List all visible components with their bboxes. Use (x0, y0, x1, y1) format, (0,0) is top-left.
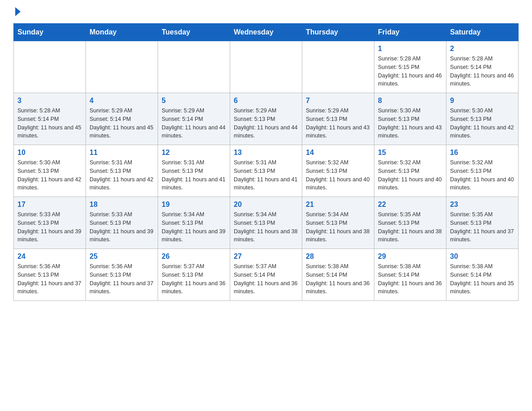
day-info: Sunrise: 5:34 AMSunset: 5:13 PMDaylight:… (234, 210, 298, 244)
day-number: 10 (17, 149, 82, 157)
day-number: 15 (378, 149, 442, 157)
logo (13, 9, 21, 14)
calendar-week-2: 3Sunrise: 5:28 AMSunset: 5:14 PMDaylight… (14, 93, 519, 145)
weekday-header-sunday: Sunday (14, 24, 86, 41)
weekday-header-tuesday: Tuesday (158, 24, 230, 41)
calendar-cell: 22Sunrise: 5:35 AMSunset: 5:13 PMDayligh… (374, 197, 446, 249)
calendar-cell: 5Sunrise: 5:29 AMSunset: 5:14 PMDaylight… (158, 93, 230, 145)
day-info: Sunrise: 5:29 AMSunset: 5:13 PMDaylight:… (234, 107, 298, 140)
day-number: 4 (90, 97, 154, 105)
logo-triangle-icon (15, 7, 21, 16)
day-info: Sunrise: 5:29 AMSunset: 5:13 PMDaylight:… (306, 107, 370, 140)
day-info: Sunrise: 5:30 AMSunset: 5:13 PMDaylight:… (17, 158, 82, 192)
weekday-header-friday: Friday (374, 24, 446, 41)
day-number: 29 (378, 253, 442, 261)
day-info: Sunrise: 5:36 AMSunset: 5:13 PMDaylight:… (90, 262, 154, 296)
calendar-cell: 1Sunrise: 5:28 AMSunset: 5:15 PMDaylight… (374, 41, 446, 93)
day-number: 7 (306, 97, 370, 105)
day-info: Sunrise: 5:35 AMSunset: 5:13 PMDaylight:… (378, 210, 442, 244)
day-info: Sunrise: 5:30 AMSunset: 5:13 PMDaylight:… (450, 107, 515, 140)
day-info: Sunrise: 5:34 AMSunset: 5:13 PMDaylight:… (162, 210, 226, 244)
day-number: 28 (306, 253, 370, 261)
calendar-cell: 17Sunrise: 5:33 AMSunset: 5:13 PMDayligh… (14, 197, 86, 249)
calendar-cell: 14Sunrise: 5:32 AMSunset: 5:13 PMDayligh… (302, 145, 374, 197)
calendar-cell (86, 41, 158, 93)
calendar-cell: 4Sunrise: 5:29 AMSunset: 5:14 PMDaylight… (86, 93, 158, 145)
day-info: Sunrise: 5:37 AMSunset: 5:13 PMDaylight:… (162, 262, 226, 296)
calendar-cell: 3Sunrise: 5:28 AMSunset: 5:14 PMDaylight… (14, 93, 86, 145)
day-number: 9 (450, 97, 515, 105)
day-number: 24 (17, 253, 82, 261)
day-number: 2 (450, 45, 515, 53)
day-info: Sunrise: 5:36 AMSunset: 5:13 PMDaylight:… (17, 262, 82, 296)
day-number: 23 (450, 201, 515, 209)
calendar-cell: 10Sunrise: 5:30 AMSunset: 5:13 PMDayligh… (14, 145, 86, 197)
calendar-cell: 11Sunrise: 5:31 AMSunset: 5:13 PMDayligh… (86, 145, 158, 197)
day-info: Sunrise: 5:28 AMSunset: 5:14 PMDaylight:… (450, 55, 515, 88)
day-number: 5 (162, 97, 226, 105)
calendar-cell: 25Sunrise: 5:36 AMSunset: 5:13 PMDayligh… (86, 249, 158, 301)
day-number: 14 (306, 149, 370, 157)
day-number: 13 (234, 149, 298, 157)
calendar-cell: 12Sunrise: 5:31 AMSunset: 5:13 PMDayligh… (158, 145, 230, 197)
day-info: Sunrise: 5:34 AMSunset: 5:13 PMDaylight:… (306, 210, 370, 244)
day-number: 21 (306, 201, 370, 209)
day-number: 30 (450, 253, 515, 261)
day-info: Sunrise: 5:33 AMSunset: 5:13 PMDaylight:… (90, 210, 154, 244)
day-info: Sunrise: 5:38 AMSunset: 5:14 PMDaylight:… (450, 262, 515, 296)
weekday-header-thursday: Thursday (302, 24, 374, 41)
day-number: 27 (234, 253, 298, 261)
calendar-cell: 9Sunrise: 5:30 AMSunset: 5:13 PMDaylight… (446, 93, 519, 145)
day-info: Sunrise: 5:32 AMSunset: 5:13 PMDaylight:… (306, 158, 370, 192)
day-info: Sunrise: 5:31 AMSunset: 5:13 PMDaylight:… (234, 158, 298, 192)
day-number: 8 (378, 97, 442, 105)
day-number: 11 (90, 149, 154, 157)
page-header (13, 9, 519, 14)
day-number: 18 (90, 201, 154, 209)
calendar-cell: 2Sunrise: 5:28 AMSunset: 5:14 PMDaylight… (446, 41, 519, 93)
calendar-cell (230, 41, 302, 93)
day-info: Sunrise: 5:29 AMSunset: 5:14 PMDaylight:… (90, 107, 154, 140)
day-number: 12 (162, 149, 226, 157)
calendar-cell: 23Sunrise: 5:35 AMSunset: 5:13 PMDayligh… (446, 197, 519, 249)
calendar-cell: 20Sunrise: 5:34 AMSunset: 5:13 PMDayligh… (230, 197, 302, 249)
day-info: Sunrise: 5:38 AMSunset: 5:14 PMDaylight:… (378, 262, 442, 296)
weekday-header-monday: Monday (86, 24, 158, 41)
calendar-cell: 15Sunrise: 5:32 AMSunset: 5:13 PMDayligh… (374, 145, 446, 197)
day-number: 25 (90, 253, 154, 261)
day-info: Sunrise: 5:28 AMSunset: 5:14 PMDaylight:… (17, 107, 82, 140)
day-info: Sunrise: 5:31 AMSunset: 5:13 PMDaylight:… (162, 158, 226, 192)
day-info: Sunrise: 5:33 AMSunset: 5:13 PMDaylight:… (17, 210, 82, 244)
calendar-cell: 26Sunrise: 5:37 AMSunset: 5:13 PMDayligh… (158, 249, 230, 301)
calendar-week-1: 1Sunrise: 5:28 AMSunset: 5:15 PMDaylight… (14, 41, 519, 93)
calendar-week-5: 24Sunrise: 5:36 AMSunset: 5:13 PMDayligh… (14, 249, 519, 301)
calendar-cell: 24Sunrise: 5:36 AMSunset: 5:13 PMDayligh… (14, 249, 86, 301)
day-number: 3 (17, 97, 82, 105)
day-info: Sunrise: 5:29 AMSunset: 5:14 PMDaylight:… (162, 107, 226, 140)
calendar-cell: 30Sunrise: 5:38 AMSunset: 5:14 PMDayligh… (446, 249, 519, 301)
day-number: 19 (162, 201, 226, 209)
weekday-header-row: SundayMondayTuesdayWednesdayThursdayFrid… (14, 24, 519, 41)
calendar-cell: 21Sunrise: 5:34 AMSunset: 5:13 PMDayligh… (302, 197, 374, 249)
weekday-header-saturday: Saturday (446, 24, 519, 41)
day-info: Sunrise: 5:32 AMSunset: 5:13 PMDaylight:… (450, 158, 515, 192)
day-number: 17 (17, 201, 82, 209)
calendar-cell: 6Sunrise: 5:29 AMSunset: 5:13 PMDaylight… (230, 93, 302, 145)
calendar-cell: 19Sunrise: 5:34 AMSunset: 5:13 PMDayligh… (158, 197, 230, 249)
day-number: 6 (234, 97, 298, 105)
day-number: 16 (450, 149, 515, 157)
day-info: Sunrise: 5:31 AMSunset: 5:13 PMDaylight:… (90, 158, 154, 192)
calendar-cell: 29Sunrise: 5:38 AMSunset: 5:14 PMDayligh… (374, 249, 446, 301)
day-number: 22 (378, 201, 442, 209)
calendar-cell: 27Sunrise: 5:37 AMSunset: 5:14 PMDayligh… (230, 249, 302, 301)
calendar-cell (302, 41, 374, 93)
calendar-cell: 13Sunrise: 5:31 AMSunset: 5:13 PMDayligh… (230, 145, 302, 197)
day-info: Sunrise: 5:28 AMSunset: 5:15 PMDaylight:… (378, 55, 442, 88)
weekday-header-wednesday: Wednesday (230, 24, 302, 41)
calendar-cell (14, 41, 86, 93)
calendar-cell: 16Sunrise: 5:32 AMSunset: 5:13 PMDayligh… (446, 145, 519, 197)
calendar-week-3: 10Sunrise: 5:30 AMSunset: 5:13 PMDayligh… (14, 145, 519, 197)
calendar-table: SundayMondayTuesdayWednesdayThursdayFrid… (13, 23, 519, 301)
day-number: 1 (378, 45, 442, 53)
day-info: Sunrise: 5:30 AMSunset: 5:13 PMDaylight:… (378, 107, 442, 140)
